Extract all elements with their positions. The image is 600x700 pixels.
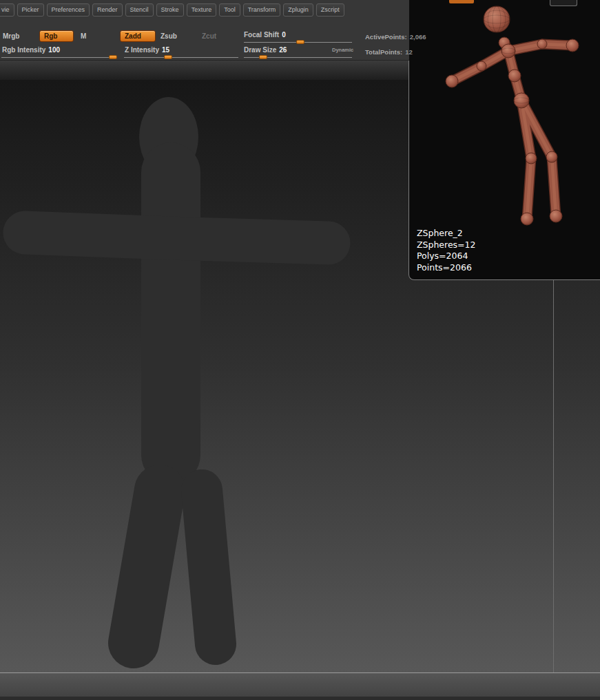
mrgb-button[interactable]: Mrgb <box>3 32 19 40</box>
zcut-button[interactable]: Zcut <box>202 32 216 40</box>
draw-size-value: 26 <box>279 46 287 54</box>
menu-item-transform[interactable]: Transform <box>243 3 281 17</box>
z-intensity-slider-handle[interactable] <box>164 55 172 59</box>
menu-item-preferences[interactable]: Preferences <box>47 3 90 17</box>
dynamic-mode-label[interactable]: Dynamic <box>332 47 353 53</box>
menu-bar: vie Picker Preferences Render Stencil St… <box>0 3 344 17</box>
model-points-count: Points=2066 <box>417 262 476 274</box>
z-intensity-label: Z Intensity15 <box>125 46 169 54</box>
z-intensity-value: 15 <box>162 46 169 54</box>
z-intensity-label-text: Z Intensity <box>125 46 159 54</box>
menu-item-texture[interactable]: Texture <box>187 3 217 17</box>
rgb-intensity-value: 100 <box>48 46 60 54</box>
active-points-value: 2,066 <box>410 33 426 41</box>
draw-size-slider-handle[interactable] <box>259 55 267 59</box>
model-polys-count: Polys=2064 <box>417 251 476 262</box>
zadd-button[interactable]: Zadd <box>120 30 156 42</box>
draw-size-label: Draw Size26 <box>244 46 287 54</box>
draw-size-slider[interactable] <box>244 57 352 58</box>
bottom-dark-strip <box>0 697 600 700</box>
menu-item-zscript[interactable]: Zscript <box>316 3 344 17</box>
menu-item-movie[interactable]: vie <box>0 3 14 17</box>
rgb-intensity-label: Rgb Intensity100 <box>2 46 60 54</box>
total-points-readout: TotalPoints:12 <box>365 48 413 56</box>
draw-size-label-text: Draw Size <box>244 46 276 54</box>
top-shelf: vie Picker Preferences Render Stencil St… <box>0 0 600 61</box>
focal-shift-value: 0 <box>282 31 286 39</box>
total-points-value: 12 <box>405 48 413 56</box>
bottom-tray <box>0 672 600 700</box>
rgb-intensity-slider-handle[interactable] <box>109 55 117 59</box>
rgb-intensity-label-text: Rgb Intensity <box>2 46 45 54</box>
zbrush-window: ZSphere_2 ZSpheres=12 Polys=2064 Points=… <box>0 0 600 700</box>
rgb-intensity-slider[interactable] <box>1 57 117 58</box>
z-intensity-slider[interactable] <box>124 57 238 58</box>
model-name: ZSphere_2 <box>417 228 476 240</box>
zsub-button[interactable]: Zsub <box>161 32 177 40</box>
menu-item-zplugin[interactable]: Zplugin <box>283 3 313 17</box>
focal-shift-slider-handle[interactable] <box>296 40 304 44</box>
menu-item-stroke[interactable]: Stroke <box>156 3 184 17</box>
menu-item-tool[interactable]: Tool <box>219 3 240 17</box>
menu-item-picker[interactable]: Picker <box>17 3 44 17</box>
focal-shift-label: Focal Shift0 <box>244 31 286 39</box>
focal-shift-label-text: Focal Shift <box>244 31 279 39</box>
active-points-readout: ActivePoints:2,066 <box>365 33 426 41</box>
rgb-button[interactable]: Rgb <box>39 30 74 42</box>
m-button[interactable]: M <box>81 32 86 40</box>
menu-item-stencil[interactable]: Stencil <box>125 3 154 17</box>
active-points-label: ActivePoints: <box>365 33 407 41</box>
total-points-label: TotalPoints: <box>365 48 402 56</box>
focal-shift-slider[interactable] <box>244 42 352 43</box>
menu-item-render[interactable]: Render <box>92 3 123 17</box>
model-zspheres-count: ZSpheres=12 <box>417 240 476 251</box>
model-stats-text: ZSphere_2 ZSpheres=12 Polys=2064 Points=… <box>417 228 476 273</box>
